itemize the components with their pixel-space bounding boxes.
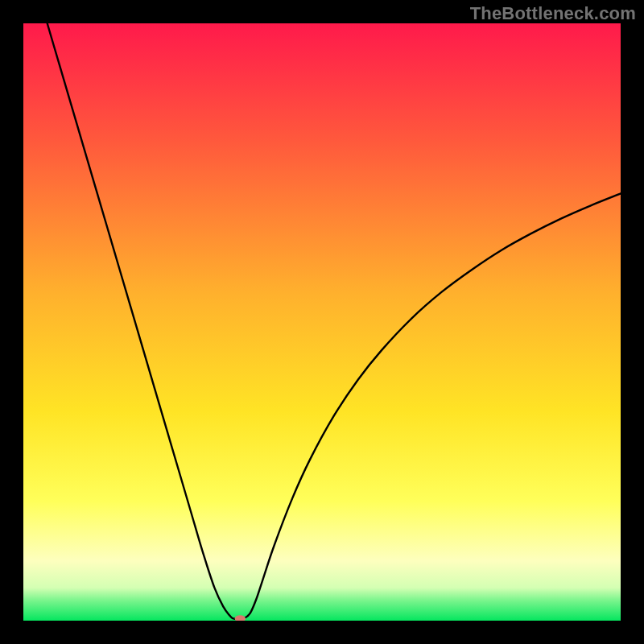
watermark-text: TheBottleneck.com — [470, 3, 636, 24]
bottleneck-chart — [23, 23, 621, 621]
gradient-background — [23, 23, 621, 621]
plot-area — [23, 23, 621, 621]
chart-frame: TheBottleneck.com — [0, 0, 644, 644]
